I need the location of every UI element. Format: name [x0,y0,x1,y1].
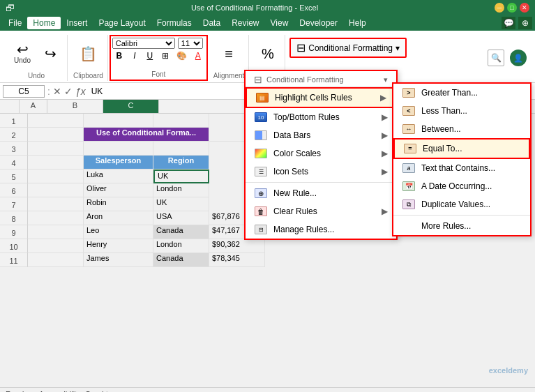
cell-a2[interactable] [28,128,84,142]
row-header-6: 6 [0,183,28,197]
conditional-formatting-button[interactable]: ⊟ Conditional Formatting ▾ [289,38,407,58]
menu-view[interactable]: View [265,17,294,29]
cell-c7[interactable]: UK [153,197,209,211]
undo-button[interactable]: ↩ Undo [10,40,35,66]
highlight-item-morerules[interactable]: More Rules... [393,217,530,235]
cell-b1[interactable] [84,114,153,128]
cf-colorscales-label: Color Scales [273,149,376,158]
cell-reference-input[interactable] [3,85,45,98]
cell-a5[interactable] [28,169,84,183]
confirm-formula-icon[interactable]: ✓ [64,86,73,97]
highlight-item-textcontains[interactable]: a Text that Contains... [393,159,530,177]
table-row: 11 James Canada $78,345 [0,253,535,267]
close-btn[interactable]: ✕ [520,3,529,13]
cell-a1[interactable] [28,114,84,128]
window-controls: ─ □ ✕ [495,3,529,13]
chat-icon[interactable]: 💬 [502,17,515,29]
highlight-item-lessthan[interactable]: < Less Than... [393,102,530,120]
cell-c4[interactable]: Region [153,156,209,169]
menu-page-layout[interactable]: Page Layout [93,17,151,29]
newrule-icon: ⊕ [254,188,268,199]
menu-data[interactable]: Data [197,17,226,29]
cell-c1[interactable] [153,114,209,128]
col-header-c[interactable]: C [103,100,159,113]
cf-item-highlight[interactable]: ▤ Highlight Cells Rules ▶ [246,87,396,108]
maximize-btn[interactable]: □ [507,3,517,13]
row-header-1: 1 [0,114,28,128]
cell-a11[interactable] [28,253,84,267]
cell-c10[interactable]: London [153,239,209,253]
cell-a3[interactable] [28,142,84,156]
bold-button[interactable]: B [112,50,126,62]
account-icon[interactable]: 👤 [510,50,527,66]
cf-item-iconsets[interactable]: ☰ Icon Sets ▶ [246,163,396,181]
menu-developer[interactable]: Developer [294,17,343,29]
cf-item-managerules[interactable]: ⊟ Manage Rules... [246,220,396,239]
cell-b5[interactable]: Luka [84,169,153,183]
cell-b9[interactable]: Leo [84,225,153,239]
minimize-btn[interactable]: ─ [495,3,504,13]
cell-b11[interactable]: James [84,253,153,267]
cf-newrule-label: New Rule... [273,188,388,198]
cell-b10[interactable]: Henry [84,239,153,253]
underline-button[interactable]: U [143,50,157,62]
redo-button[interactable]: ↪ [38,45,63,63]
fill-color-button[interactable]: 🎨 [174,50,190,62]
menu-formulas[interactable]: Formulas [151,17,197,29]
cf-dropdown-arrow: ▾ [395,43,400,53]
font-size-select[interactable]: 11 [178,38,203,49]
align-button[interactable]: ≡ [216,45,241,63]
formula-bar-separator: : [47,86,50,97]
col-header-b[interactable]: B [47,100,103,113]
highlight-item-between[interactable]: ↔ Between... [393,120,530,138]
font-color-button[interactable]: A [191,50,205,62]
number-button[interactable]: % [255,45,280,63]
menu-help[interactable]: Help [343,17,372,29]
cf-item-newrule[interactable]: ⊕ New Rule... [246,184,396,202]
cell-c11[interactable]: Canada [153,253,209,267]
cell-a9[interactable] [28,225,84,239]
row-header-5: 5 [0,169,28,183]
search-button[interactable]: 🔍 [488,50,504,66]
cell-b3[interactable] [84,142,153,156]
cf-colorscales-arrow: ▶ [382,149,388,158]
cell-b8[interactable]: Aron [84,211,153,225]
cell-c5[interactable]: UK [153,169,209,183]
cf-item-databars[interactable]: Data Bars ▶ [246,126,396,144]
col-header-a[interactable]: A [20,100,47,113]
cell-b2[interactable]: Use of Conditional Forma... [84,128,209,142]
italic-button[interactable]: I [128,50,142,62]
cell-b7[interactable]: Robin [84,197,153,211]
font-family-select[interactable]: Calibri [112,38,175,49]
highlight-item-equalto[interactable]: = Equal To... [393,138,530,159]
cell-a4[interactable] [28,156,84,169]
cell-d10[interactable]: $90,362 [209,239,265,253]
menu-file[interactable]: File [3,17,27,29]
cell-c8[interactable]: USA [153,211,209,225]
cf-item-colorscales[interactable]: Color Scales ▶ [246,144,396,163]
cf-item-topbottom[interactable]: 10 Top/Bottom Rules ▶ [246,108,396,126]
cell-b6[interactable]: Oliver [84,183,153,197]
redo-icon: ↪ [45,47,56,61]
highlight-item-duplicate[interactable]: ⧉ Duplicate Values... [393,195,530,213]
share-icon[interactable]: ⊕ [518,17,532,29]
border-button[interactable]: ⊞ [158,50,172,62]
cell-a7[interactable] [28,197,84,211]
highlight-item-dateoccurring[interactable]: 📅 A Date Occurring... [393,177,530,195]
clipboard-button[interactable]: 📋 [75,45,100,63]
menu-insert[interactable]: Insert [61,17,93,29]
cell-b4[interactable]: Salesperson [84,156,153,169]
insert-function-icon[interactable]: ƒx [75,86,86,97]
cell-c6[interactable]: London [153,183,209,197]
cell-c3[interactable] [153,142,209,156]
cell-a6[interactable] [28,183,84,197]
menu-review[interactable]: Review [226,17,264,29]
cell-a10[interactable] [28,239,84,253]
cell-d11[interactable]: $78,345 [209,253,265,267]
highlight-item-greater[interactable]: > Greater Than... [393,84,530,102]
cell-c9[interactable]: Canada [153,225,209,239]
menu-home[interactable]: Home [27,17,61,29]
cell-a8[interactable] [28,211,84,225]
cf-item-clearrules[interactable]: 🗑 Clear Rules ▶ [246,202,396,220]
cancel-formula-icon[interactable]: ✕ [53,86,61,97]
